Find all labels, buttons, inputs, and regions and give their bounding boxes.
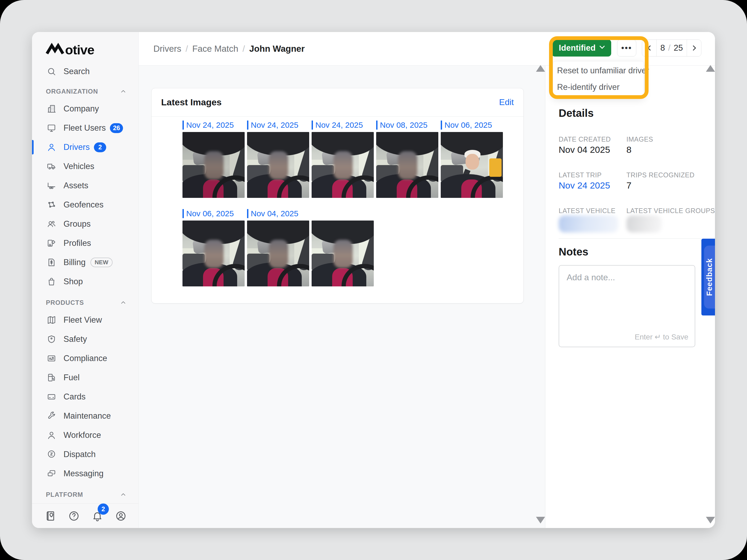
chat-icon	[47, 469, 56, 478]
sidebar-item-shop[interactable]: Shop	[32, 272, 138, 291]
sidebar-item-compliance[interactable]: Compliance	[32, 349, 138, 368]
sidebar-item-label: Fleet Users	[63, 123, 106, 133]
driver-photo[interactable]	[312, 132, 374, 198]
building-icon	[47, 104, 56, 113]
sidebar-section-label: PRODUCTS	[46, 299, 84, 306]
images-count-label: IMAGES	[626, 135, 653, 143]
sidebar-item-label: Assets	[63, 181, 88, 190]
note-input[interactable]	[559, 266, 695, 324]
driver-photo[interactable]	[247, 132, 309, 198]
driver-photo[interactable]	[182, 132, 244, 198]
latest-trip-value[interactable]: Nov 24 2025	[559, 180, 610, 191]
chevron-up-icon	[120, 299, 127, 306]
sidebar-footer: 2	[32, 504, 138, 528]
identified-status-button[interactable]: Identified	[552, 39, 611, 56]
blurred-face	[334, 240, 353, 268]
sidebar-item-fleet-users[interactable]: Fleet Users26	[32, 118, 138, 138]
logbook-icon[interactable]	[45, 510, 56, 522]
sidebar-item-messaging[interactable]: Messaging	[32, 464, 138, 483]
sidebar-item-dispatch[interactable]: Dispatch	[32, 445, 138, 464]
sidebar-search[interactable]: Search	[32, 63, 138, 80]
sidebar-item-label: Billing	[63, 258, 86, 267]
image-date: Nov 06, 2025	[441, 120, 503, 130]
sidebar-item-fleet-view[interactable]: Fleet View	[32, 311, 138, 329]
blurred-face	[398, 151, 417, 180]
sidebar-item-label: Company	[63, 104, 99, 114]
breadcrumb: Drivers / Face Match / John Wagner	[153, 32, 305, 65]
sidebar-item-label: Fuel	[63, 373, 79, 382]
sidebar-item-label: Shop	[63, 277, 83, 286]
more-actions-button[interactable]: •••	[617, 39, 636, 56]
driver-photo[interactable]	[312, 220, 374, 286]
notifications-badge: 2	[98, 504, 109, 515]
sidebar-item-label: Drivers	[63, 142, 89, 152]
menu-item-reset-unfamiliar[interactable]: Reset to unfamiliar driver	[553, 62, 644, 79]
feedback-tab[interactable]: Feedback	[701, 239, 715, 316]
blurred-face	[334, 151, 353, 180]
trailer-icon	[47, 181, 56, 190]
image-date: Nov 24, 2025	[182, 120, 244, 130]
image-cell: Nov 06, 2025	[441, 120, 503, 198]
driver-photo[interactable]	[247, 220, 309, 286]
sidebar-item-maintenance[interactable]: Maintenance	[32, 406, 138, 426]
sidebar-item-workforce[interactable]: Workforce	[32, 426, 138, 445]
page-header: Drivers / Face Match / John Wagner Ident…	[139, 32, 715, 65]
main-scroll-up-arrow[interactable]	[536, 65, 545, 72]
sidebar-item-fuel[interactable]: Fuel	[32, 368, 138, 387]
chart-icon	[47, 354, 56, 363]
motive-logo: otive	[45, 42, 138, 58]
chevron-up-icon	[120, 88, 127, 95]
previous-record-button[interactable]	[642, 40, 656, 56]
date-marker	[441, 121, 442, 130]
sidebar-item-drivers[interactable]: Drivers2	[32, 138, 138, 157]
sidebar-item-groups[interactable]: Groups	[32, 214, 138, 234]
sidebar-section-products[interactable]: PRODUCTS	[32, 295, 138, 311]
panel-scroll-up-arrow[interactable]	[706, 65, 715, 72]
latest-images-title: Latest Images	[161, 97, 222, 107]
sidebar-item-billing[interactable]: BillingNEW	[32, 253, 138, 272]
sidebar-item-assets[interactable]: Assets	[32, 176, 138, 195]
panel-divider	[559, 238, 702, 239]
image-cell: Nov 08, 2025	[376, 120, 438, 198]
menu-item-reidentify[interactable]: Re-identify driver	[553, 79, 644, 96]
chevron-down-icon	[599, 44, 605, 49]
new-tag: NEW	[91, 258, 112, 267]
sidebar-item-company[interactable]: Company	[32, 99, 138, 118]
latest-images-header: Latest Images Edit	[152, 88, 523, 116]
notifications-icon[interactable]: 2	[92, 510, 103, 522]
shield-icon	[47, 335, 56, 344]
school-bus	[489, 158, 502, 177]
date-created-value: Nov 04 2025	[559, 144, 610, 155]
breadcrumb-drivers[interactable]: Drivers	[153, 44, 181, 54]
account-icon[interactable]	[115, 510, 126, 522]
help-icon[interactable]	[68, 510, 79, 522]
panel-scroll-down-arrow[interactable]	[706, 517, 715, 524]
details-panel: Details DATE CREATED IMAGES Nov 04 2025 …	[546, 65, 715, 528]
driver-photo[interactable]	[376, 132, 438, 198]
date-marker	[247, 209, 248, 218]
wrench-icon	[47, 411, 56, 421]
sidebar-item-vehicles[interactable]: Vehicles	[32, 157, 138, 176]
sidebar-item-safety[interactable]: Safety	[32, 329, 138, 349]
sidebar-item-label: Groups	[63, 219, 91, 229]
details-title: Details	[559, 107, 594, 119]
sidebar-item-geofences[interactable]: Geofences	[32, 195, 138, 214]
driver-photo[interactable]	[182, 220, 244, 286]
sidebar-item-cards[interactable]: Cards	[32, 387, 138, 406]
image-row: Nov 24, 2025Nov 24, 2025Nov 24, 2025Nov …	[182, 120, 523, 198]
sidebar-item-profiles[interactable]: Profiles	[32, 234, 138, 253]
driver-photo[interactable]	[441, 132, 503, 198]
sidebar-section-platform[interactable]: PLATFORM	[32, 487, 138, 502]
chevron-left-icon	[647, 45, 653, 51]
image-date: Nov 24, 2025	[247, 120, 309, 130]
sidebar-item-label: Vehicles	[63, 162, 94, 171]
trips-recognized-label: TRIPS RECOGNIZED	[626, 171, 694, 179]
image-date-empty	[312, 208, 374, 219]
sidebar-section-organization[interactable]: ORGANIZATION	[32, 84, 138, 99]
next-record-button[interactable]	[687, 40, 701, 56]
breadcrumb-face-match[interactable]: Face Match	[192, 44, 238, 54]
main-scroll-down-arrow[interactable]	[536, 517, 545, 524]
date-marker	[247, 121, 248, 130]
dispatch-icon	[47, 450, 56, 459]
edit-images-link[interactable]: Edit	[499, 97, 514, 107]
